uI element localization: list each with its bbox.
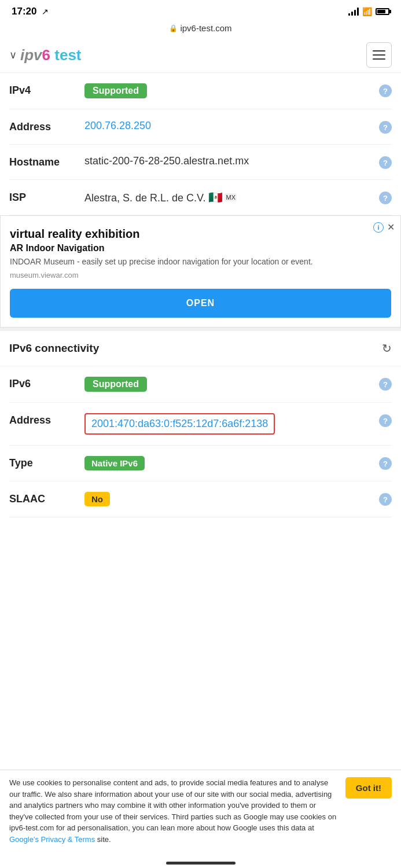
ad-open-button[interactable]: OPEN xyxy=(10,289,391,318)
hamburger-line xyxy=(373,54,385,56)
ipv4-isp-label: ISP xyxy=(9,190,84,204)
address-bar-content: 🔒 ipv6-test.com xyxy=(169,23,231,33)
ipv6-address-row: Address 2001:470:da63:0:f525:12d7:6a6f:2… xyxy=(9,403,392,446)
ipv6-slaac-label: SLAAC xyxy=(9,492,84,505)
address-bar[interactable]: 🔒 ipv6-test.com xyxy=(0,21,401,38)
ipv4-isp-help[interactable]: ? xyxy=(376,190,392,204)
help-circle-icon[interactable]: ? xyxy=(379,121,392,134)
ipv4-hostname-value: static-200-76-28-250.alestra.net.mx xyxy=(84,155,376,167)
ipv4-address-row: Address 200.76.28.250 ? xyxy=(9,109,392,145)
ad-info-icon[interactable]: i xyxy=(373,222,384,233)
ipv4-label: IPv4 xyxy=(9,83,84,97)
ipv6-address-text: 2001:470:da63:0:f525:12d7:6a6f:2138 xyxy=(91,418,268,429)
advertisement: i ✕ virtual reality exhibition AR Indoor… xyxy=(0,215,401,328)
ipv4-isp-row: ISP Alestra, S. de R.L. de C.V. 🇲🇽MX ? xyxy=(9,180,392,215)
flag-mx-label: MX xyxy=(225,193,237,201)
help-circle-icon[interactable]: ? xyxy=(379,457,392,470)
status-time: 17:20 xyxy=(12,6,36,17)
logo-ipv: ipv xyxy=(20,46,42,64)
cookie-text-body: We use cookies to personalise content an… xyxy=(9,778,336,832)
help-circle-icon[interactable]: ? xyxy=(379,84,392,97)
ipv4-help[interactable]: ? xyxy=(376,83,392,97)
ipv4-row: IPv4 Supported ? xyxy=(9,73,392,109)
isp-name: Alestra, S. de R.L. de C.V. xyxy=(84,192,205,204)
ipv4-isp-value: Alestra, S. de R.L. de C.V. 🇲🇽MX xyxy=(84,190,376,204)
status-icons: 📶 xyxy=(348,7,389,16)
help-circle-icon[interactable]: ? xyxy=(379,493,392,506)
ad-subtitle: AR Indoor Navigation xyxy=(10,243,391,253)
mexico-flag-icon: 🇲🇽MX xyxy=(208,190,237,204)
ad-title: virtual reality exhibition xyxy=(10,227,391,241)
hamburger-line xyxy=(373,58,385,60)
status-bar: 17:20 ↗ 📶 xyxy=(0,0,401,21)
ipv4-value: Supported xyxy=(84,83,376,98)
url-text: ipv6-test.com xyxy=(180,23,231,33)
ipv4-address-label: Address xyxy=(9,120,84,133)
ipv4-hostname-help[interactable]: ? xyxy=(376,155,392,169)
ipv6-slaac-badge: No xyxy=(84,492,110,506)
ipv6-section-header: IPv6 connectivity ↻ xyxy=(0,328,401,366)
ipv4-section: IPv4 Supported ? Address 200.76.28.250 ?… xyxy=(0,73,401,215)
cookie-banner: We use cookies to personalise content an… xyxy=(0,770,401,852)
help-circle-icon[interactable]: ? xyxy=(379,378,392,391)
cookie-text: We use cookies to personalise content an… xyxy=(9,777,339,845)
signal-bars-icon xyxy=(348,8,359,16)
hamburger-line xyxy=(373,50,385,52)
refresh-icon[interactable]: ↻ xyxy=(382,341,392,355)
ipv6-slaac-help[interactable]: ? xyxy=(376,492,392,506)
logo-6: 6 xyxy=(42,46,50,64)
ipv6-type-help[interactable]: ? xyxy=(376,456,392,470)
ipv6-address-box[interactable]: 2001:470:da63:0:f525:12d7:6a6f:2138 xyxy=(84,413,275,435)
ipv6-slaac-value: No xyxy=(84,492,376,506)
ipv6-address-value: 2001:470:da63:0:f525:12d7:6a6f:2138 xyxy=(84,413,376,435)
status-time-area: 17:20 ↗ xyxy=(12,6,49,17)
ipv4-address-value[interactable]: 200.76.28.250 xyxy=(84,120,376,132)
bottom-bar-indicator xyxy=(166,862,236,865)
cookie-privacy-link[interactable]: Google's Privacy & Terms xyxy=(9,835,95,844)
ipv6-row: IPv6 Supported ? xyxy=(9,366,392,403)
ipv4-hostname-row: Hostname static-200-76-28-250.alestra.ne… xyxy=(9,145,392,180)
ipv4-address-help[interactable]: ? xyxy=(376,120,392,134)
ipv4-supported-badge: Supported xyxy=(84,83,147,98)
ipv6-supported-badge: Supported xyxy=(84,377,147,392)
ipv6-section: IPv6 Supported ? Address 2001:470:da63:0… xyxy=(0,366,401,517)
lock-icon: 🔒 xyxy=(169,24,178,32)
ad-controls: i ✕ xyxy=(373,222,395,233)
ipv6-address-help[interactable]: ? xyxy=(376,413,392,427)
cookie-inner: We use cookies to personalise content an… xyxy=(9,777,392,845)
ipv6-section-title: IPv6 connectivity xyxy=(9,342,99,355)
ipv6-type-badge: Native IPv6 xyxy=(84,456,145,470)
ad-url: museum.viewar.com xyxy=(10,271,391,279)
ad-close-icon[interactable]: ✕ xyxy=(387,222,395,233)
cookie-text-suffix: site. xyxy=(95,835,111,844)
site-logo: ipv6 test xyxy=(20,46,82,64)
help-circle-icon[interactable]: ? xyxy=(379,414,392,427)
ipv6-label: IPv6 xyxy=(9,377,84,390)
ipv4-hostname-label: Hostname xyxy=(9,155,84,168)
nav-left: ∨ ipv6 test xyxy=(9,46,82,64)
ipv6-address-label: Address xyxy=(9,413,84,426)
location-icon: ↗ xyxy=(42,7,49,16)
ipv6-slaac-row: SLAAC No ? xyxy=(9,481,392,517)
ad-description: INDOAR Museum - easily set up precise in… xyxy=(10,257,391,266)
wifi-icon: 📶 xyxy=(362,7,372,16)
logo-test: test xyxy=(50,46,81,64)
help-circle-icon[interactable]: ? xyxy=(379,192,392,204)
ipv6-help[interactable]: ? xyxy=(376,377,392,391)
ipv6-type-label: Type xyxy=(9,456,84,469)
nav-header: ∨ ipv6 test xyxy=(0,38,401,73)
hamburger-menu-button[interactable] xyxy=(366,42,392,68)
help-circle-icon[interactable]: ? xyxy=(379,156,392,169)
ipv6-value: Supported xyxy=(84,377,376,392)
chevron-down-icon[interactable]: ∨ xyxy=(9,49,17,61)
ipv6-type-row: Type Native IPv6 ? xyxy=(9,446,392,481)
battery-icon xyxy=(376,8,389,15)
cookie-accept-button[interactable]: Got it! xyxy=(345,777,392,799)
ipv6-type-value: Native IPv6 xyxy=(84,456,376,470)
